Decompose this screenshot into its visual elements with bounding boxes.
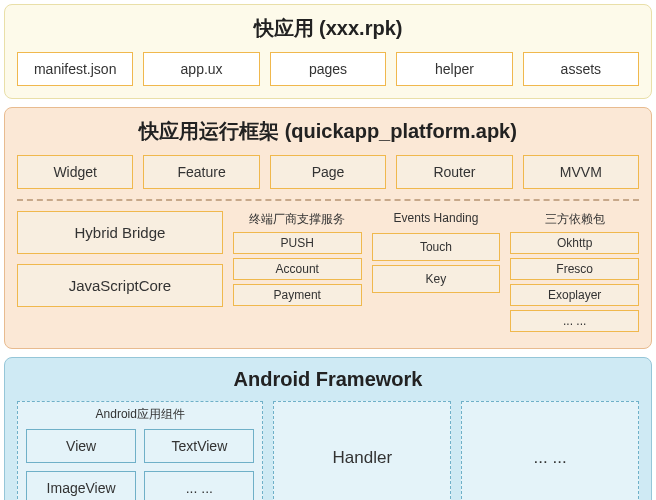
thirdparty-more: ... ... xyxy=(510,310,639,332)
platform-widget: Widget xyxy=(17,155,133,189)
android-row: Android应用组件 View TextView ImageView ... … xyxy=(17,401,639,500)
android-group-title: Android应用组件 xyxy=(26,406,254,423)
platform-javascriptcore: JavaScriptCore xyxy=(17,264,223,307)
layer-android: Android Framework Android应用组件 View TextV… xyxy=(4,357,652,500)
platform-left-col: Hybrid Bridge JavaScriptCore xyxy=(17,211,223,336)
android-components-grid: View TextView ImageView ... ... xyxy=(26,429,254,500)
vendor-account: Account xyxy=(233,258,362,280)
events-title: Events Handing xyxy=(372,211,501,227)
thirdparty-title: 三方依赖包 xyxy=(510,211,639,228)
android-textview: TextView xyxy=(144,429,254,463)
platform-events-col: Events Handing Touch Key xyxy=(372,211,501,336)
vendor-title: 终端厂商支撑服务 xyxy=(233,211,362,228)
platform-feature: Feature xyxy=(143,155,259,189)
platform-title: 快应用运行框架 (quickapp_platform.apk) xyxy=(17,118,639,145)
rpk-title: 快应用 (xxx.rpk) xyxy=(17,15,639,42)
vendor-push: PUSH xyxy=(233,232,362,254)
rpk-item-assets: assets xyxy=(523,52,639,86)
android-more-box: ... ... xyxy=(461,401,639,500)
layer-rpk: 快应用 (xxx.rpk) manifest.json app.ux pages… xyxy=(4,4,652,99)
events-touch: Touch xyxy=(372,233,501,261)
rpk-items-row: manifest.json app.ux pages helper assets xyxy=(17,52,639,86)
android-components-group: Android应用组件 View TextView ImageView ... … xyxy=(17,401,263,500)
layer-platform: 快应用运行框架 (quickapp_platform.apk) Widget F… xyxy=(4,107,652,349)
rpk-item-pages: pages xyxy=(270,52,386,86)
android-handler: Handler xyxy=(273,401,451,500)
platform-vendor-col: 终端厂商支撑服务 PUSH Account Payment xyxy=(233,211,362,336)
platform-divider xyxy=(17,199,639,201)
android-imageview: ImageView xyxy=(26,471,136,500)
rpk-item-helper: helper xyxy=(396,52,512,86)
android-view: View xyxy=(26,429,136,463)
platform-lower-grid: Hybrid Bridge JavaScriptCore 终端厂商支撑服务 PU… xyxy=(17,211,639,336)
thirdparty-okhttp: Okhttp xyxy=(510,232,639,254)
platform-top-row: Widget Feature Page Router MVVM xyxy=(17,155,639,189)
thirdparty-fresco: Fresco xyxy=(510,258,639,280)
android-more: ... ... xyxy=(144,471,254,500)
platform-mvvm: MVVM xyxy=(523,155,639,189)
thirdparty-exoplayer: Exoplayer xyxy=(510,284,639,306)
platform-router: Router xyxy=(396,155,512,189)
rpk-item-appux: app.ux xyxy=(143,52,259,86)
platform-thirdparty-col: 三方依赖包 Okhttp Fresco Exoplayer ... ... xyxy=(510,211,639,336)
events-key: Key xyxy=(372,265,501,293)
vendor-payment: Payment xyxy=(233,284,362,306)
platform-page: Page xyxy=(270,155,386,189)
android-title: Android Framework xyxy=(17,368,639,391)
platform-hybrid-bridge: Hybrid Bridge xyxy=(17,211,223,254)
rpk-item-manifest: manifest.json xyxy=(17,52,133,86)
